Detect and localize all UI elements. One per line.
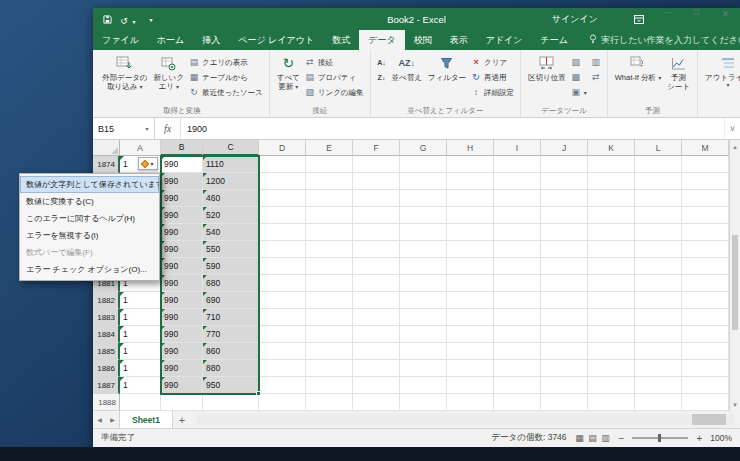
column-header-k[interactable]: K xyxy=(588,140,635,156)
tab-review[interactable]: 校閲 xyxy=(405,30,441,50)
row-header[interactable]: 1885 xyxy=(93,343,120,360)
cell-c1888[interactable] xyxy=(203,394,259,411)
view-page-layout-icon[interactable] xyxy=(588,434,598,443)
empty-cells[interactable] xyxy=(259,326,740,343)
row-header[interactable]: 1882 xyxy=(93,292,120,309)
flash-fill-button[interactable] xyxy=(569,55,589,70)
cell-c1875[interactable]: 1200 xyxy=(203,173,259,190)
view-page-break-icon[interactable] xyxy=(601,434,611,443)
sort-descending-button[interactable] xyxy=(375,70,389,85)
cell-b1877[interactable]: 990 xyxy=(161,207,203,224)
tell-me-box[interactable]: 実行したい作業を入力してください xyxy=(589,30,740,50)
filter-button[interactable]: フィルター xyxy=(425,52,469,84)
horizontal-scrollbar[interactable] xyxy=(197,414,734,425)
remove-duplicates-button[interactable] xyxy=(569,70,589,85)
cell-c1885[interactable]: 860 xyxy=(203,343,259,360)
column-header-h[interactable]: H xyxy=(447,140,494,156)
cell-b1885[interactable]: 990 xyxy=(161,343,203,360)
empty-cells[interactable] xyxy=(259,224,740,241)
empty-cells[interactable] xyxy=(259,241,740,258)
menu-item-error-description[interactable]: 数値が文字列として保存されています xyxy=(20,176,159,193)
column-header-i[interactable]: I xyxy=(494,140,541,156)
scroll-down-icon[interactable] xyxy=(730,400,740,409)
zoom-slider-thumb[interactable] xyxy=(658,434,661,442)
empty-cells[interactable] xyxy=(259,309,740,326)
row-header[interactable]: 1883 xyxy=(93,309,120,326)
error-checking-button[interactable] xyxy=(138,157,158,170)
edit-links-button[interactable]: リンクの編集 xyxy=(303,85,366,100)
show-queries-button[interactable]: クエリの表示 xyxy=(187,55,265,70)
sheet-tab-sheet1[interactable]: Sheet1 xyxy=(119,411,173,428)
formula-input[interactable]: 1900 xyxy=(181,118,724,139)
add-sheet-button[interactable]: + xyxy=(173,411,191,428)
outline-button[interactable]: アウトライン ▾ xyxy=(702,52,740,91)
recent-sources-button[interactable]: 最近使ったソース xyxy=(187,85,265,100)
column-header-b[interactable]: B xyxy=(161,140,203,156)
column-header-f[interactable]: F xyxy=(353,140,400,156)
relationships-button[interactable] xyxy=(589,70,603,85)
name-box[interactable]: B15 xyxy=(93,118,155,139)
what-if-analysis-button[interactable]: What-If 分析 ▾ xyxy=(612,52,664,84)
cell-a1888[interactable] xyxy=(120,394,161,411)
sheet-prev-icon[interactable] xyxy=(93,411,106,428)
sheet-next-icon[interactable] xyxy=(106,411,119,428)
select-all-corner[interactable] xyxy=(93,140,120,156)
menu-item-ignore-error[interactable]: エラーを無視する(I) xyxy=(20,227,159,244)
text-to-columns-button[interactable]: 区切り位置 xyxy=(525,52,569,84)
tab-page-layout[interactable]: ページ レイアウト xyxy=(229,30,323,50)
vertical-scrollbar-thumb[interactable] xyxy=(732,235,738,330)
cell-b1884[interactable]: 990 xyxy=(161,326,203,343)
cell-b1875[interactable]: 990 xyxy=(161,173,203,190)
clear-button[interactable]: クリア xyxy=(469,55,516,70)
scroll-up-icon[interactable] xyxy=(730,142,740,151)
minimize-button[interactable] xyxy=(653,8,682,30)
cell-a1886[interactable]: 1 xyxy=(120,360,161,377)
menu-item-help-on-error[interactable]: このエラーに関するヘルプ(H) xyxy=(20,210,159,227)
cell-b1881[interactable]: 990 xyxy=(161,275,203,292)
column-header-c[interactable]: C xyxy=(203,140,259,156)
row-header[interactable]: 1887 xyxy=(93,377,120,394)
maximize-button[interactable] xyxy=(682,8,711,30)
row-header[interactable]: 1874 xyxy=(93,156,120,173)
menu-item-error-checking-options[interactable]: エラー チェック オプション(O)... xyxy=(20,261,159,278)
view-normal-icon[interactable] xyxy=(575,434,585,443)
undo-icon[interactable] xyxy=(119,10,139,28)
empty-cells[interactable] xyxy=(259,173,740,190)
cell-c1886[interactable]: 880 xyxy=(203,360,259,377)
insert-function-button[interactable]: fx xyxy=(155,118,181,139)
save-icon[interactable] xyxy=(103,10,112,28)
close-button[interactable] xyxy=(711,8,740,30)
refresh-all-button[interactable]: すべて 更新 ▾ xyxy=(274,52,303,93)
row-header[interactable]: 1886 xyxy=(93,360,120,377)
empty-cells[interactable] xyxy=(259,292,740,309)
menu-item-convert-to-number[interactable]: 数値に変換する(C) xyxy=(20,193,159,210)
column-header-e[interactable]: E xyxy=(306,140,353,156)
name-box-caret-icon[interactable] xyxy=(144,124,154,133)
cell-a1883[interactable]: 1 xyxy=(120,309,161,326)
tab-data[interactable]: データ xyxy=(359,30,404,50)
cell-c1884[interactable]: 770 xyxy=(203,326,259,343)
windows-taskbar[interactable] xyxy=(0,447,740,461)
cell-b1874[interactable]: 990 xyxy=(161,156,203,173)
cell-b1876[interactable]: 990 xyxy=(161,190,203,207)
zoom-slider[interactable] xyxy=(632,437,688,439)
row-header[interactable]: 1884 xyxy=(93,326,120,343)
sort-ascending-button[interactable] xyxy=(375,55,389,70)
status-count[interactable]: データの個数: 3746 xyxy=(491,432,566,444)
cell-b1888[interactable] xyxy=(161,394,203,411)
cell-c1881[interactable]: 680 xyxy=(203,275,259,292)
new-query-button[interactable]: 新しいク エリ ▾ xyxy=(151,52,188,93)
cell-a1884[interactable]: 1 xyxy=(120,326,161,343)
zoom-in-icon[interactable]: + xyxy=(696,433,702,444)
empty-cells[interactable] xyxy=(259,360,740,377)
formula-expand-icon[interactable] xyxy=(724,118,740,139)
data-validation-button[interactable]: ▾ xyxy=(569,85,589,100)
consolidate-button[interactable] xyxy=(589,55,603,70)
column-header-m[interactable]: M xyxy=(682,140,729,156)
from-table-button[interactable]: テーブルから xyxy=(187,70,265,85)
cell-b1882[interactable]: 990 xyxy=(161,292,203,309)
tab-home[interactable]: ホーム xyxy=(148,30,193,50)
empty-cells[interactable] xyxy=(259,190,740,207)
column-header-a[interactable]: A xyxy=(120,140,161,156)
cell-c1879[interactable]: 550 xyxy=(203,241,259,258)
